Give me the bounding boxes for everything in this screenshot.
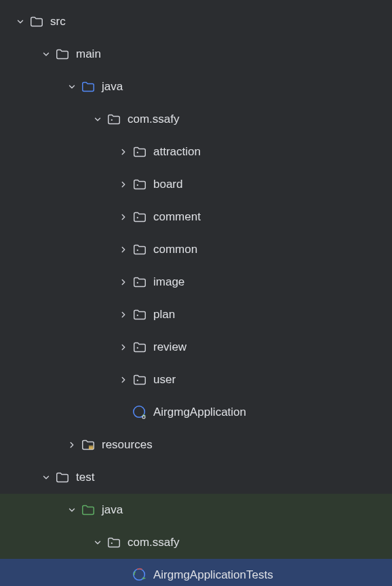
package-icon bbox=[132, 372, 148, 388]
svg-point-5 bbox=[137, 282, 138, 284]
chevron-down-icon[interactable] bbox=[90, 111, 106, 128]
tree-item-label: attraction bbox=[153, 145, 201, 159]
svg-point-0 bbox=[111, 119, 113, 121]
tree-item-label: common bbox=[153, 243, 197, 256]
chevron-right-icon[interactable] bbox=[115, 274, 132, 290]
svg-point-7 bbox=[137, 347, 138, 349]
package-icon bbox=[132, 144, 148, 160]
svg-point-6 bbox=[137, 315, 138, 316]
svg-point-3 bbox=[137, 217, 138, 218]
tree-item-board[interactable]: board bbox=[0, 168, 392, 201]
tree-item-label: test bbox=[76, 471, 94, 484]
class-runnable-icon bbox=[132, 404, 148, 421]
tree-item-review[interactable]: review bbox=[0, 331, 392, 364]
tree-item-label: com.ssafy bbox=[128, 113, 180, 126]
chevron-down-icon[interactable] bbox=[90, 534, 106, 551]
chevron-down-icon[interactable] bbox=[64, 79, 80, 95]
tree-item-test[interactable]: test bbox=[0, 461, 392, 494]
chevron-right-icon[interactable] bbox=[115, 209, 132, 225]
svg-point-2 bbox=[137, 184, 138, 186]
tree-item-airgmg-application-tests[interactable]: AirgmgApplicationTests bbox=[0, 559, 392, 586]
chevron-down-icon[interactable] bbox=[64, 502, 80, 518]
resource-folder-icon bbox=[80, 437, 96, 453]
tree-item-label: board bbox=[153, 178, 182, 191]
chevron-down-icon[interactable] bbox=[38, 469, 54, 486]
tree-item-attraction[interactable]: attraction bbox=[0, 136, 392, 168]
package-icon bbox=[106, 111, 122, 128]
chevron-right-icon[interactable] bbox=[115, 241, 132, 258]
chevron-right-icon[interactable] bbox=[64, 437, 80, 453]
tree-item-label: plan bbox=[153, 308, 175, 321]
svg-point-8 bbox=[137, 380, 138, 381]
chevron-down-icon[interactable] bbox=[38, 46, 54, 62]
tree-item-airgmg-application[interactable]: AirgmgApplication bbox=[0, 396, 392, 429]
package-icon bbox=[132, 209, 148, 225]
tree-item-comment[interactable]: comment bbox=[0, 201, 392, 233]
tree-item-label: java bbox=[102, 503, 123, 517]
tree-item-src[interactable]: src bbox=[0, 5, 392, 38]
package-icon bbox=[132, 339, 148, 355]
tree-item-resources[interactable]: resources bbox=[0, 429, 392, 461]
chevron-right-icon[interactable] bbox=[115, 144, 132, 160]
tree-item-plan[interactable]: plan bbox=[0, 298, 392, 331]
folder-icon bbox=[54, 469, 71, 486]
tree-item-label: main bbox=[76, 47, 101, 61]
package-icon bbox=[132, 241, 148, 258]
tree-item-java-main[interactable]: java bbox=[0, 71, 392, 103]
tree-item-com-ssafy-main[interactable]: com.ssafy bbox=[0, 103, 392, 136]
package-icon bbox=[132, 274, 148, 290]
tree-item-label: review bbox=[153, 340, 187, 354]
tree-item-main[interactable]: main bbox=[0, 38, 392, 71]
tree-item-image[interactable]: image bbox=[0, 266, 392, 298]
test-folder-icon bbox=[80, 502, 96, 518]
svg-point-12 bbox=[111, 543, 113, 544]
tree-item-com-ssafy-test[interactable]: com.ssafy bbox=[0, 526, 392, 559]
class-runnable-icon bbox=[132, 567, 148, 583]
tree-item-label: resources bbox=[102, 438, 153, 452]
tree-item-label: AirgmgApplication bbox=[153, 406, 246, 419]
svg-point-4 bbox=[137, 250, 138, 251]
package-icon bbox=[106, 534, 122, 551]
chevron-right-icon[interactable] bbox=[115, 176, 132, 193]
svg-point-1 bbox=[137, 152, 138, 153]
tree-item-label: java bbox=[102, 80, 123, 94]
chevron-down-icon[interactable] bbox=[12, 14, 28, 30]
tree-item-label: AirgmgApplicationTests bbox=[153, 568, 273, 582]
tree-item-label: user bbox=[153, 373, 176, 387]
package-icon bbox=[132, 176, 148, 193]
tree-item-common[interactable]: common bbox=[0, 233, 392, 266]
tree-item-label: com.ssafy bbox=[128, 536, 180, 549]
source-folder-icon bbox=[80, 79, 96, 95]
folder-icon bbox=[54, 46, 71, 62]
tree-item-label: comment bbox=[153, 210, 201, 224]
chevron-right-icon[interactable] bbox=[115, 372, 132, 388]
package-icon bbox=[132, 307, 148, 323]
chevron-right-icon[interactable] bbox=[115, 339, 132, 355]
chevron-right-icon[interactable] bbox=[115, 307, 132, 323]
tree-item-java-test[interactable]: java bbox=[0, 494, 392, 526]
tree-item-label: image bbox=[153, 275, 184, 289]
tree-item-label: src bbox=[50, 15, 66, 28]
tree-item-user[interactable]: user bbox=[0, 364, 392, 396]
folder-icon bbox=[28, 14, 45, 30]
